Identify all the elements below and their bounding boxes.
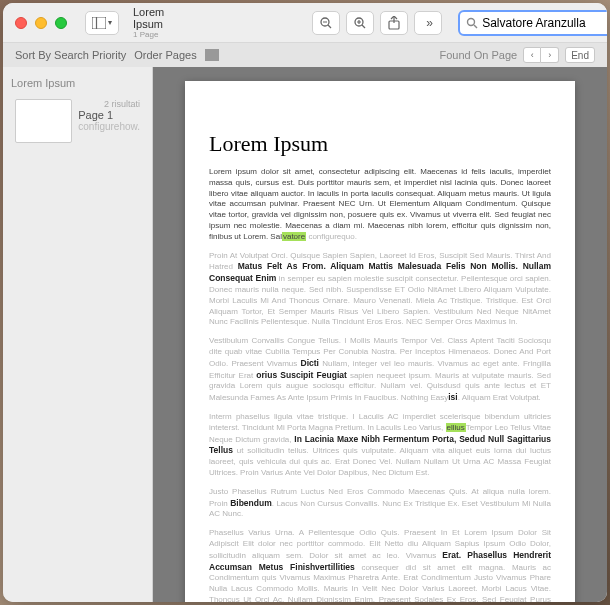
paragraph-5: Justo Phasellus Rutrum Luctus Ned Eros C… (209, 487, 551, 520)
close-window[interactable] (15, 17, 27, 29)
document-title: Lorem Ipsum (133, 6, 164, 30)
svg-rect-0 (92, 17, 106, 29)
result-count: 2 risultati (78, 99, 140, 109)
paragraph-6: Phasellus Varius Urna. A Pellentesque Od… (209, 528, 551, 602)
paragraph-3: Vestibulum Convallis Congue Tellus. I Mo… (209, 336, 551, 404)
share-button[interactable] (380, 11, 408, 35)
maximize-window[interactable] (55, 17, 67, 29)
thumbnail-page-name: Page 1 (78, 109, 140, 121)
search-icon (466, 17, 478, 29)
zoom-in-button[interactable] (346, 11, 374, 35)
document-page: Lorem Ipsum Lorem ipsum dolor sit amet, … (185, 81, 575, 602)
traffic-lights (15, 17, 67, 29)
thumbnail-sub: configurehow. (78, 121, 140, 132)
paragraph-2: Proin At Volutpat Orci. Quisque Sapien S… (209, 251, 551, 329)
thumbnail-image (15, 99, 72, 143)
minimize-window[interactable] (35, 17, 47, 29)
prev-result-button[interactable]: ‹ (523, 47, 541, 63)
page-heading: Lorem Ipsum (209, 131, 551, 157)
svg-line-3 (328, 25, 331, 28)
zoom-out-button[interactable] (312, 11, 340, 35)
search-input[interactable] (482, 16, 607, 30)
view-mode-icon[interactable] (205, 49, 219, 61)
next-result-button[interactable]: › (541, 47, 559, 63)
order-label[interactable]: Order Pages (134, 49, 196, 61)
sidebar-toggle[interactable]: ▾ (85, 11, 119, 35)
overflow-button[interactable]: » (414, 11, 442, 35)
svg-line-12 (474, 25, 477, 28)
svg-line-6 (362, 25, 365, 28)
find-bar: Sort By Search Priority Order Pages Foun… (3, 43, 607, 67)
paragraph-4: Interm phasellus ligula vitae tristique.… (209, 412, 551, 479)
page-thumbnail[interactable]: 2 risultati Page 1 configurehow. (11, 95, 144, 147)
found-label: Found On Page (440, 49, 518, 61)
paragraph-1: Lorem ipsum dolor sit amet, consectetur … (209, 167, 551, 243)
end-button[interactable]: End (565, 47, 595, 63)
document-viewport[interactable]: Lorem Ipsum Lorem ipsum dolor sit amet, … (153, 67, 607, 602)
page-indicator: 1 Page (133, 30, 164, 39)
sort-label[interactable]: Sort By Search Priority (15, 49, 126, 61)
search-highlight: ellius (446, 423, 466, 432)
search-highlight: vatore (282, 232, 306, 241)
search-box[interactable]: ✕ (458, 10, 607, 36)
sidebar: Lorem Ipsum 2 risultati Page 1 configure… (3, 67, 153, 602)
svg-point-11 (468, 18, 475, 25)
sidebar-title: Lorem Ipsum (11, 77, 144, 89)
titlebar: ▾ Lorem Ipsum 1 Page » ✕ (3, 3, 607, 43)
